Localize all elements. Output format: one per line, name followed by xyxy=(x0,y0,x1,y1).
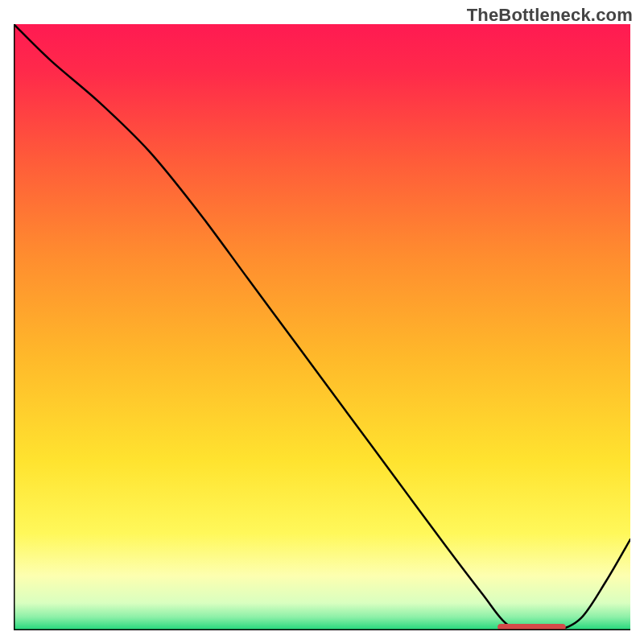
chart-svg xyxy=(14,24,630,630)
watermark-text: TheBottleneck.com xyxy=(467,5,633,26)
chart-container: TheBottleneck.com xyxy=(0,0,644,644)
gradient-background xyxy=(14,24,630,630)
plot-area xyxy=(14,24,630,630)
